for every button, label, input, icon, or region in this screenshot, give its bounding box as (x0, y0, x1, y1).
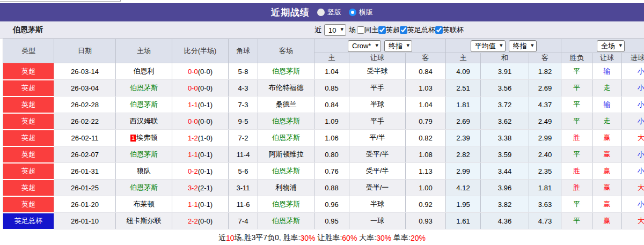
filter-checkbox-option-2[interactable]: 英足总杯 (400, 25, 435, 35)
date-cell: 26-01-25 (54, 180, 116, 196)
avg-away-odds: 2.49 (529, 113, 561, 130)
league-badge: 英超 (3, 163, 54, 180)
score-cell: 0-0(0-0) (172, 113, 229, 130)
summary-segment-2: 场,胜3平7负0, 胜率: (235, 233, 301, 243)
filter-bar: 伯恩茅斯 近 10 场 同主英超英足总杯英联杯 (0, 21, 644, 39)
avg-away-odds: 1.82 (529, 63, 561, 80)
corners-cell: 11-6 (229, 196, 258, 213)
away-team-cell: 伯恩茅斯 (258, 213, 314, 229)
odds-source-type-select[interactable]: 终指 (384, 40, 412, 52)
col-header-crow-away: 客 (406, 53, 446, 63)
filter-checkbox-2[interactable] (400, 26, 407, 34)
result-handicap-cell: 输 (592, 63, 622, 80)
filter-checkbox-1[interactable] (378, 26, 386, 34)
summary-segment-6: 大率: (357, 233, 376, 243)
panel-title: 近期战绩 (271, 6, 310, 19)
result-handicap-cell: 赢 (592, 163, 622, 180)
avg-away-odds: 2.40 (529, 146, 561, 163)
avg-odds-select[interactable]: 平均值 (471, 40, 506, 52)
date-cell: 26-01-20 (54, 196, 116, 213)
crow-home-odds: 0.85 (314, 80, 349, 96)
layout-vertical-label: 竖版 (327, 8, 341, 17)
filter-checkbox-option-0[interactable]: 同主 (357, 25, 378, 35)
results-table-wrap: 类型 日期 主场 比分(半场) 角球 客场 Crow* 终指 (3, 39, 644, 230)
away-team-cell: 桑德兰 (258, 96, 314, 113)
radio-unchecked-icon[interactable] (317, 9, 325, 16)
col-header-avg-home: 主 (446, 53, 481, 63)
result-handicap-cell: 走 (592, 113, 622, 130)
red-card-badge: 1 (130, 135, 136, 142)
avg-odds-type-select[interactable]: 终指 (509, 40, 537, 52)
summary-segment-5: 60% (342, 234, 357, 242)
home-team-cell: 1埃弗顿 (116, 130, 172, 146)
recent-count-select[interactable]: 10 (324, 24, 346, 36)
avg-draw-odds: 3.72 (481, 96, 529, 113)
result-wdl-cell: 平 (561, 196, 592, 213)
odds-source-select[interactable]: Crow* (348, 40, 381, 52)
avg-draw-odds: 3.62 (481, 113, 529, 130)
crow-handicap: 平/半 (349, 130, 406, 146)
col-header-away: 客场 (258, 39, 314, 63)
home-team-cell: 狼队 (116, 163, 172, 180)
table-row: 英超26-02-111埃弗顿1-2(1-0)7-2伯恩茅斯1.06平/半0.82… (3, 130, 644, 146)
league-badge: 英超 (3, 63, 54, 80)
summary-segment-8: 单率: (391, 233, 411, 243)
avg-home-odds: 2.39 (446, 130, 481, 146)
crow-home-odds: 0.95 (314, 213, 349, 229)
filter-checkbox-label-3: 英联杯 (443, 25, 464, 35)
league-badge: 英超 (3, 96, 54, 113)
avg-away-odds: 4.73 (529, 213, 561, 229)
avg-away-odds: 2.35 (529, 163, 561, 180)
filter-checkbox-3[interactable] (435, 26, 443, 34)
away-team-cell: 伯恩茅斯 (258, 113, 314, 130)
avg-away-odds: 2.69 (529, 80, 561, 96)
layout-vertical-option[interactable]: 竖版 (317, 8, 341, 17)
crow-away-odds: 0.93 (406, 213, 446, 229)
corners-cell: 4-3 (229, 80, 258, 96)
avg-draw-odds: 3.91 (481, 63, 529, 80)
avg-home-odds: 1.81 (446, 96, 481, 113)
avg-away-odds: 1.81 (529, 180, 561, 196)
avg-draw-odds: 4.36 (481, 213, 529, 229)
summary-segment-3: 30% (301, 234, 316, 242)
away-team-cell: 利物浦 (258, 180, 314, 196)
date-cell: 26-01-10 (54, 213, 116, 229)
home-team-cell: 纽卡斯尔联 (116, 213, 172, 229)
table-row: 英超26-01-25伯恩茅斯3-2(2-1)3-11利物浦0.88受半/一1.0… (3, 180, 644, 196)
col-header-result-goals: 进球数 (622, 53, 644, 63)
result-scope-select[interactable]: 全场 (597, 40, 625, 52)
score-cell: 2-2(0-0) (172, 213, 229, 229)
crow-away-odds: 1.08 (406, 146, 446, 163)
filter-checkbox-0[interactable] (357, 26, 364, 34)
col-header-avg-away: 客 (529, 53, 561, 63)
result-goals-cell: 小 (622, 146, 644, 163)
summary-segment-7: 30% (376, 234, 391, 242)
score-cell: 0-0(0-0) (172, 63, 229, 80)
result-goals-cell: 大 (622, 130, 644, 146)
filter-checkbox-option-1[interactable]: 英超 (378, 25, 400, 35)
avg-draw-odds: 3.59 (481, 146, 529, 163)
radio-checked-icon[interactable] (349, 9, 356, 16)
crow-handicap: 一球 (349, 213, 406, 229)
league-badge: 英足总杯 (3, 213, 54, 229)
result-goals-cell: 大 (622, 180, 644, 196)
team-name: 伯恩茅斯 (13, 25, 43, 35)
corners-cell: 7-4 (229, 213, 258, 229)
result-scope-group: 全场 (561, 39, 644, 53)
corners-cell: 9-5 (229, 113, 258, 130)
crow-home-odds: 1.06 (314, 130, 349, 146)
result-handicap-cell: 赢 (592, 130, 622, 146)
corners-cell: 5-6 (229, 163, 258, 180)
score-cell: 1-1(0-1) (172, 146, 229, 163)
avg-home-odds: 2.69 (446, 113, 481, 130)
col-header-result-wdl: 胜负 (561, 53, 592, 63)
crow-home-odds: 0.80 (314, 146, 349, 163)
filter-checkbox-option-3[interactable]: 英联杯 (435, 25, 464, 35)
crow-handicap: 受半/一 (349, 180, 406, 196)
date-cell: 26-02-22 (54, 113, 116, 130)
filter-checkbox-label-2: 英足总杯 (407, 25, 435, 35)
date-cell: 26-03-04 (54, 80, 116, 96)
away-team-cell: 阿斯顿维拉 (258, 146, 314, 163)
result-goals-cell: 小 (622, 80, 644, 96)
layout-horizontal-option[interactable]: 横版 (349, 8, 373, 17)
